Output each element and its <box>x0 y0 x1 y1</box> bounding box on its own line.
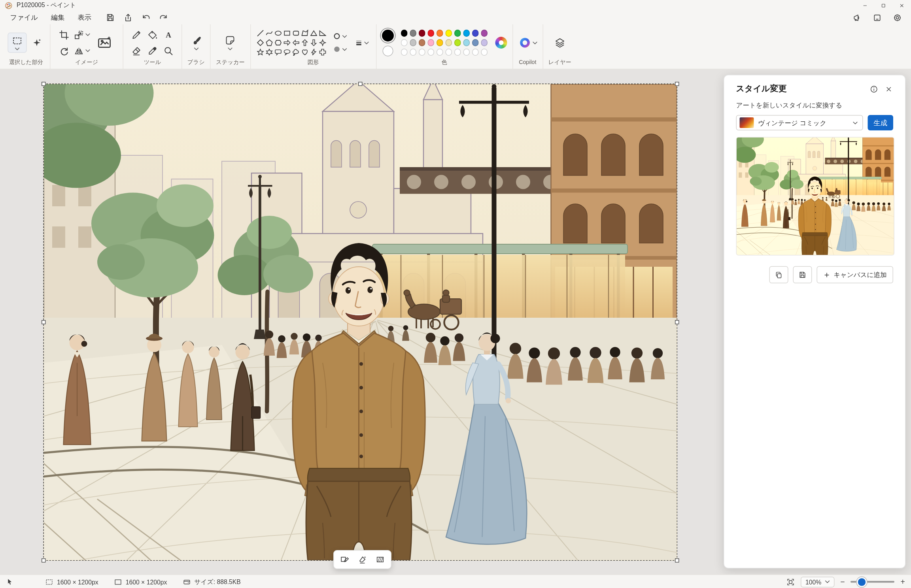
display-button[interactable] <box>869 11 885 23</box>
resize-button[interactable] <box>74 29 90 40</box>
shape-star-4[interactable] <box>318 38 327 47</box>
palette-color[interactable] <box>463 30 470 36</box>
zoom-slider-handle[interactable] <box>857 577 867 587</box>
palette-color[interactable] <box>401 39 408 46</box>
selection-handle-ne[interactable] <box>675 82 679 86</box>
shape-cross[interactable] <box>318 48 327 57</box>
settings-gear-button[interactable] <box>890 11 905 23</box>
zoom-slider[interactable] <box>851 581 895 583</box>
shape-right-triangle[interactable] <box>318 29 327 38</box>
palette-color[interactable] <box>427 39 434 46</box>
save-result-button[interactable] <box>793 266 812 284</box>
palette-color[interactable] <box>410 30 416 36</box>
color2-swatch[interactable] <box>382 45 393 56</box>
shape-fill-button[interactable] <box>331 44 348 55</box>
remove-background-quick-button[interactable] <box>372 552 388 567</box>
canvas-surface[interactable] <box>43 84 678 561</box>
shape-hexagon[interactable] <box>274 38 282 47</box>
shape-line[interactable] <box>256 29 264 38</box>
zoom-level-dropdown[interactable]: 100% <box>801 577 834 587</box>
fit-to-screen-icon[interactable] <box>786 578 795 586</box>
close-panel-icon[interactable] <box>885 85 894 94</box>
palette-color[interactable] <box>481 39 488 46</box>
shape-callout-cloud[interactable] <box>291 48 300 57</box>
palette-color[interactable] <box>401 30 408 36</box>
smart-select-button[interactable] <box>29 35 45 51</box>
pencil-tool-button[interactable] <box>129 27 144 42</box>
palette-color[interactable] <box>454 39 461 46</box>
style-dropdown[interactable]: ヴィンテージ コミック <box>736 115 863 130</box>
zoom-in-button[interactable]: + <box>901 578 905 586</box>
menu-file[interactable]: ファイル <box>4 11 45 24</box>
rotate-button[interactable] <box>57 43 72 58</box>
generative-erase-button[interactable] <box>355 552 370 567</box>
eraser-tool-button[interactable] <box>129 43 144 58</box>
selection-handle-nw[interactable] <box>42 82 46 86</box>
palette-color[interactable] <box>454 30 461 36</box>
shape-star-5[interactable] <box>256 48 264 57</box>
copilot-button[interactable] <box>518 36 537 49</box>
shape-oval[interactable] <box>274 29 282 38</box>
selection-handle-w[interactable] <box>42 320 46 324</box>
palette-color[interactable] <box>437 39 443 46</box>
shape-arrow-up[interactable] <box>301 38 309 47</box>
selection-handle-e[interactable] <box>675 320 679 324</box>
redo-button[interactable] <box>156 11 172 23</box>
fill-tool-button[interactable] <box>145 27 160 42</box>
shape-rounded-rectangle[interactable] <box>291 29 300 38</box>
palette-color[interactable] <box>445 30 452 36</box>
palette-color[interactable] <box>481 30 488 36</box>
shape-outline-button[interactable] <box>331 31 348 41</box>
shape-heart[interactable] <box>301 48 309 57</box>
share-button[interactable] <box>121 11 136 23</box>
save-button[interactable] <box>103 11 118 23</box>
edit-selection-button[interactable] <box>337 552 352 567</box>
select-tool-button[interactable] <box>8 33 27 53</box>
palette-empty-slot[interactable] <box>419 49 425 55</box>
shape-arrow-left[interactable] <box>291 38 300 47</box>
shape-star-6[interactable] <box>265 48 273 57</box>
palette-color[interactable] <box>419 30 425 36</box>
palette-color[interactable] <box>472 39 479 46</box>
line-width-button[interactable] <box>353 38 370 48</box>
zoom-out-button[interactable]: − <box>840 578 845 586</box>
shape-lightning[interactable] <box>309 48 318 57</box>
color1-swatch[interactable] <box>382 29 393 41</box>
selection-handle-sw[interactable] <box>42 558 46 563</box>
color-picker-tool-button[interactable] <box>145 43 160 58</box>
palette-empty-slot[interactable] <box>445 49 452 55</box>
shape-arrow-down[interactable] <box>309 38 318 47</box>
remove-background-button[interactable] <box>93 31 116 55</box>
menu-edit[interactable]: 編集 <box>45 11 72 24</box>
palette-empty-slot[interactable] <box>454 49 461 55</box>
info-icon[interactable] <box>869 85 879 94</box>
palette-empty-slot[interactable] <box>481 49 488 55</box>
palette-empty-slot[interactable] <box>437 49 443 55</box>
shape-arrow-right[interactable] <box>283 38 291 47</box>
shape-rectangle[interactable] <box>283 29 291 38</box>
shape-callout-oval[interactable] <box>283 48 291 57</box>
palette-empty-slot[interactable] <box>427 49 434 55</box>
selection-handle-n[interactable] <box>358 82 363 86</box>
palette-color[interactable] <box>463 39 470 46</box>
palette-empty-slot[interactable] <box>410 49 416 55</box>
brushes-button[interactable] <box>188 34 204 52</box>
close-button[interactable] <box>893 0 911 11</box>
undo-button[interactable] <box>138 11 154 23</box>
palette-color[interactable] <box>445 39 452 46</box>
palette-empty-slot[interactable] <box>472 49 479 55</box>
add-to-canvas-button[interactable]: キャンバスに追加 <box>817 266 893 284</box>
layers-button[interactable] <box>552 35 567 51</box>
shape-diamond[interactable] <box>256 38 264 47</box>
selection-handle-se[interactable] <box>675 558 679 563</box>
shape-triangle[interactable] <box>309 29 318 38</box>
shape-curve[interactable] <box>265 29 273 38</box>
shape-pentagon[interactable] <box>265 38 273 47</box>
palette-empty-slot[interactable] <box>401 49 408 55</box>
magnifier-tool-button[interactable] <box>161 43 176 58</box>
palette-color[interactable] <box>437 30 443 36</box>
copy-result-button[interactable] <box>769 266 788 284</box>
text-tool-button[interactable]: A <box>161 27 176 42</box>
flip-button[interactable] <box>74 45 90 56</box>
generate-button[interactable]: 生成 <box>868 115 894 130</box>
